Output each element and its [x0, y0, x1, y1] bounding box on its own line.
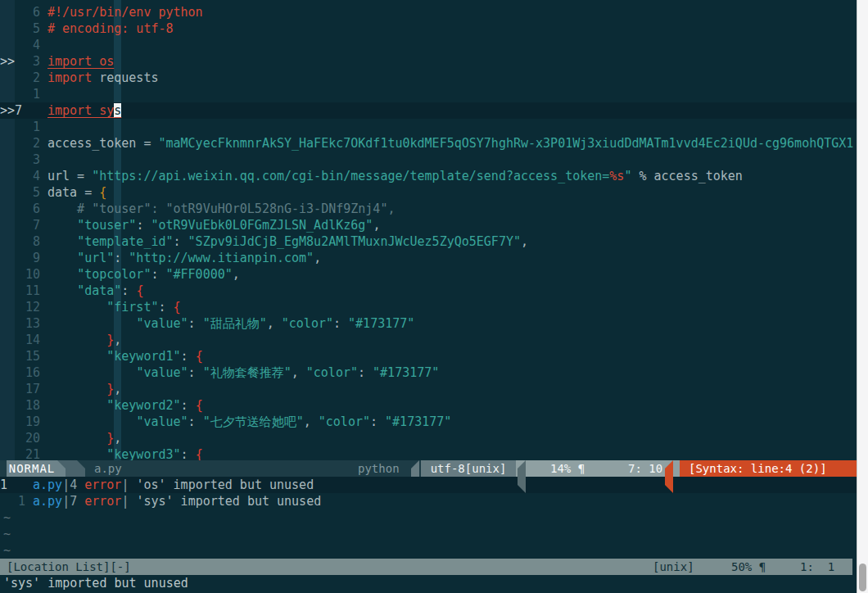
location-list[interactable]: 1a.py|4 error| 'os' imported but unused1… — [0, 477, 857, 559]
sign-cell — [0, 4, 15, 20]
line-text: "topcolor": "#FF0000", — [40, 266, 240, 283]
message-text: 'sys' imported but unused — [3, 575, 188, 591]
sign-cell — [0, 299, 15, 315]
line-text: "template_id": "SZpv9iJdCjB_EgM8u2AMlTMu… — [40, 233, 528, 250]
sign-cell — [0, 119, 15, 135]
line-number: 6 — [15, 201, 40, 217]
line-number: 7 — [15, 102, 40, 119]
code-line[interactable]: 3 — [0, 152, 857, 168]
code-buffer[interactable]: 6#!/usr/bin/env python5# encoding: utf-8… — [0, 0, 857, 460]
code-line[interactable]: 4 — [0, 37, 857, 53]
loclist-row[interactable]: 1a.py|7 error| 'sys' imported but unused — [0, 493, 857, 509]
syntax-span: "keyword3" — [106, 447, 180, 460]
code-line[interactable]: 1 — [0, 86, 857, 102]
syntax-span — [47, 382, 106, 396]
code-line[interactable]: 19 "value": "七夕节送给她吧", "color": "#173177… — [0, 414, 857, 430]
syntax-span: 'sys' imported but unused — [129, 494, 321, 509]
code-line[interactable]: >>3import os — [0, 53, 857, 70]
syntax-span: import — [47, 70, 92, 85]
code-line[interactable]: 10 "topcolor": "#FF0000", — [0, 266, 857, 283]
syntax-span: data = — [47, 185, 99, 200]
code-line[interactable]: 6#!/usr/bin/env python — [0, 4, 857, 20]
code-line[interactable]: 20 }, — [0, 430, 857, 446]
code-line[interactable]: 18 "keyword2": { — [0, 397, 857, 414]
code-line[interactable]: 14 }, — [0, 332, 857, 348]
sign-cell — [0, 135, 15, 152]
line-number: 2 — [15, 70, 40, 86]
syntax-span: requests — [92, 70, 158, 85]
code-line[interactable]: 2access_token = "maMCyecFknmnrAkSY_HaFEk… — [0, 135, 857, 152]
syntax-span: "value" — [136, 316, 188, 331]
line-text: import requests — [40, 70, 158, 86]
syntax-span: url = — [47, 169, 92, 183]
code-line[interactable]: 4url = "https://api.weixin.qq.com/cgi-bi… — [0, 168, 857, 184]
code-line[interactable]: >>7import sys — [0, 102, 857, 119]
syntax-span: "https://api.weixin.qq.com/cgi-bin/messa… — [92, 169, 609, 183]
vim-window: 6#!/usr/bin/env python5# encoding: utf-8… — [0, 0, 868, 593]
syntax-span: , — [314, 251, 321, 265]
line-number: 21 — [15, 446, 40, 460]
code-line[interactable]: 9 "url": "http://www.itianpin.com", — [0, 250, 857, 266]
scrollbar[interactable] — [857, 0, 868, 593]
sign-cell — [0, 184, 15, 201]
line-number: 17 — [15, 381, 40, 397]
syntax-span: "data" — [77, 283, 121, 298]
line-text — [40, 152, 47, 168]
empty-line-tilde: ~ — [0, 542, 857, 559]
line-text: "keyword1": { — [40, 348, 203, 364]
line-number: 11 — [15, 283, 40, 299]
code-line[interactable]: 11 "data": { — [0, 283, 857, 299]
code-line[interactable]: 15 "keyword1": { — [0, 348, 857, 364]
line-number: 3 — [15, 53, 40, 70]
empty-line-tilde: ~ — [0, 509, 857, 526]
syntax-span: "template_id" — [77, 234, 173, 249]
code-line[interactable]: 5# encoding: utf-8 — [0, 20, 857, 37]
syntax-span — [47, 234, 77, 249]
code-line[interactable]: 7 "touser": "otR9VuEbk0L0FGmZJLSN_AdlKz6… — [0, 217, 857, 233]
loclist-row[interactable]: 1a.py|4 error| 'os' imported but unused — [0, 477, 857, 493]
syntax-span: 'os' imported but unused — [129, 478, 314, 492]
command-line[interactable]: 'sys' imported but unused — [0, 575, 857, 593]
syntax-span: : — [174, 234, 188, 249]
syntax-span: "keyword1" — [106, 349, 180, 364]
code-line[interactable]: 16 "value": "礼物套餐推荐", "color": "#173177" — [0, 364, 857, 381]
syntax-span: "礼物套餐推荐" — [203, 365, 292, 380]
code-line[interactable]: 8 "template_id": "SZpv9iJdCjB_EgM8u2AMlT… — [0, 233, 857, 250]
syntax-span: a.py — [33, 494, 62, 509]
syntax-span — [47, 251, 77, 265]
line-number: 2 — [15, 135, 40, 152]
syntax-span — [47, 316, 136, 331]
code-line[interactable]: 2import requests — [0, 70, 857, 86]
code-line[interactable]: 5data = { — [0, 184, 857, 201]
line-number: 12 — [15, 299, 40, 315]
syntax-span: "color" — [319, 414, 370, 429]
syntax-span: # "touser": "otR9VuHOr0L528nG-i3-DNf9Znj… — [47, 201, 395, 216]
line-text: data = { — [40, 184, 106, 201]
line-text: "touser": "otR9VuEbk0L0FGmZJLSN_AdlKz6g"… — [40, 217, 380, 233]
powerline-separator-icon — [665, 460, 673, 493]
code-line[interactable]: 13 "value": "甜品礼物", "color": "#173177" — [0, 315, 857, 332]
syntax-span: , — [521, 234, 528, 249]
syntax-span — [47, 431, 106, 446]
line-number: 1 — [0, 493, 25, 509]
syntax-span: "first" — [106, 300, 158, 315]
code-line[interactable]: 12 "first": { — [0, 299, 857, 315]
syntax-span: "otR9VuEbk0L0FGmZJLSN_AdlKz6g" — [151, 218, 373, 233]
syntax-span: , — [373, 218, 380, 233]
code-line[interactable]: 1 — [0, 119, 857, 135]
sign-cell — [0, 364, 15, 381]
code-line[interactable]: 17 }, — [0, 381, 857, 397]
statusline: NORMAL a.py python utf-8[unix] 14% ¶ 7: … — [0, 460, 857, 477]
syntax-span: : — [358, 365, 373, 380]
code-line[interactable]: 21 "keyword3": { — [0, 446, 857, 460]
sign-cell — [0, 266, 15, 283]
line-text — [40, 86, 47, 102]
syntax-span: } — [106, 431, 114, 446]
code-line[interactable]: 6 # "touser": "otR9VuHOr0L528nG-i3-DNf9Z… — [0, 201, 857, 217]
loclist-statusline: [Location List][-] [unix] 50% ¶ 1: 1 — [0, 559, 852, 575]
scrollbar-thumb[interactable] — [859, 564, 866, 591]
syntax-span — [47, 447, 106, 460]
syntax-span: access_token = — [47, 136, 158, 151]
syntax-span: : — [121, 283, 136, 298]
sign-cell — [0, 217, 15, 233]
